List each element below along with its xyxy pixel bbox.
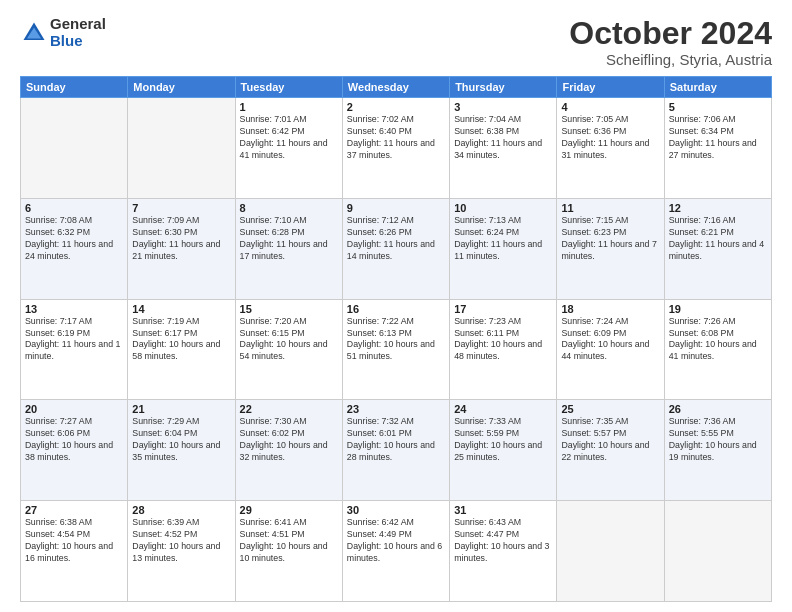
col-monday: Monday bbox=[128, 77, 235, 98]
day-number: 22 bbox=[240, 403, 338, 415]
table-row: 2Sunrise: 7:02 AM Sunset: 6:40 PM Daylig… bbox=[342, 98, 449, 199]
calendar-week-row: 27Sunrise: 6:38 AM Sunset: 4:54 PM Dayli… bbox=[21, 501, 772, 602]
day-info: Sunrise: 7:10 AM Sunset: 6:28 PM Dayligh… bbox=[240, 215, 338, 263]
day-number: 12 bbox=[669, 202, 767, 214]
table-row: 17Sunrise: 7:23 AM Sunset: 6:11 PM Dayli… bbox=[450, 299, 557, 400]
day-info: Sunrise: 7:29 AM Sunset: 6:04 PM Dayligh… bbox=[132, 416, 230, 464]
day-info: Sunrise: 6:42 AM Sunset: 4:49 PM Dayligh… bbox=[347, 517, 445, 565]
calendar-week-row: 13Sunrise: 7:17 AM Sunset: 6:19 PM Dayli… bbox=[21, 299, 772, 400]
table-row: 27Sunrise: 6:38 AM Sunset: 4:54 PM Dayli… bbox=[21, 501, 128, 602]
day-info: Sunrise: 7:12 AM Sunset: 6:26 PM Dayligh… bbox=[347, 215, 445, 263]
table-row: 16Sunrise: 7:22 AM Sunset: 6:13 PM Dayli… bbox=[342, 299, 449, 400]
logo-text: General Blue bbox=[50, 16, 106, 49]
page-header: General Blue October 2024 Scheifling, St… bbox=[20, 16, 772, 68]
calendar-header-row: Sunday Monday Tuesday Wednesday Thursday… bbox=[21, 77, 772, 98]
table-row: 30Sunrise: 6:42 AM Sunset: 4:49 PM Dayli… bbox=[342, 501, 449, 602]
day-number: 29 bbox=[240, 504, 338, 516]
day-info: Sunrise: 7:23 AM Sunset: 6:11 PM Dayligh… bbox=[454, 316, 552, 364]
day-info: Sunrise: 6:38 AM Sunset: 4:54 PM Dayligh… bbox=[25, 517, 123, 565]
table-row: 25Sunrise: 7:35 AM Sunset: 5:57 PM Dayli… bbox=[557, 400, 664, 501]
table-row: 18Sunrise: 7:24 AM Sunset: 6:09 PM Dayli… bbox=[557, 299, 664, 400]
day-info: Sunrise: 7:16 AM Sunset: 6:21 PM Dayligh… bbox=[669, 215, 767, 263]
logo: General Blue bbox=[20, 16, 106, 49]
day-info: Sunrise: 6:41 AM Sunset: 4:51 PM Dayligh… bbox=[240, 517, 338, 565]
day-number: 25 bbox=[561, 403, 659, 415]
day-info: Sunrise: 7:22 AM Sunset: 6:13 PM Dayligh… bbox=[347, 316, 445, 364]
day-number: 15 bbox=[240, 303, 338, 315]
table-row: 11Sunrise: 7:15 AM Sunset: 6:23 PM Dayli… bbox=[557, 198, 664, 299]
col-saturday: Saturday bbox=[664, 77, 771, 98]
table-row: 22Sunrise: 7:30 AM Sunset: 6:02 PM Dayli… bbox=[235, 400, 342, 501]
day-info: Sunrise: 7:13 AM Sunset: 6:24 PM Dayligh… bbox=[454, 215, 552, 263]
table-row: 14Sunrise: 7:19 AM Sunset: 6:17 PM Dayli… bbox=[128, 299, 235, 400]
day-number: 2 bbox=[347, 101, 445, 113]
day-number: 31 bbox=[454, 504, 552, 516]
table-row: 1Sunrise: 7:01 AM Sunset: 6:42 PM Daylig… bbox=[235, 98, 342, 199]
day-number: 16 bbox=[347, 303, 445, 315]
table-row: 20Sunrise: 7:27 AM Sunset: 6:06 PM Dayli… bbox=[21, 400, 128, 501]
day-number: 7 bbox=[132, 202, 230, 214]
day-info: Sunrise: 7:15 AM Sunset: 6:23 PM Dayligh… bbox=[561, 215, 659, 263]
day-number: 4 bbox=[561, 101, 659, 113]
day-number: 13 bbox=[25, 303, 123, 315]
calendar-week-row: 1Sunrise: 7:01 AM Sunset: 6:42 PM Daylig… bbox=[21, 98, 772, 199]
col-tuesday: Tuesday bbox=[235, 77, 342, 98]
table-row: 6Sunrise: 7:08 AM Sunset: 6:32 PM Daylig… bbox=[21, 198, 128, 299]
col-sunday: Sunday bbox=[21, 77, 128, 98]
day-number: 27 bbox=[25, 504, 123, 516]
location-subtitle: Scheifling, Styria, Austria bbox=[569, 51, 772, 68]
day-info: Sunrise: 7:24 AM Sunset: 6:09 PM Dayligh… bbox=[561, 316, 659, 364]
day-number: 18 bbox=[561, 303, 659, 315]
day-info: Sunrise: 7:19 AM Sunset: 6:17 PM Dayligh… bbox=[132, 316, 230, 364]
day-info: Sunrise: 7:08 AM Sunset: 6:32 PM Dayligh… bbox=[25, 215, 123, 263]
day-info: Sunrise: 7:01 AM Sunset: 6:42 PM Dayligh… bbox=[240, 114, 338, 162]
table-row bbox=[557, 501, 664, 602]
table-row bbox=[128, 98, 235, 199]
table-row bbox=[21, 98, 128, 199]
day-number: 10 bbox=[454, 202, 552, 214]
table-row: 10Sunrise: 7:13 AM Sunset: 6:24 PM Dayli… bbox=[450, 198, 557, 299]
logo-icon bbox=[20, 19, 48, 47]
calendar-week-row: 20Sunrise: 7:27 AM Sunset: 6:06 PM Dayli… bbox=[21, 400, 772, 501]
col-friday: Friday bbox=[557, 77, 664, 98]
table-row: 4Sunrise: 7:05 AM Sunset: 6:36 PM Daylig… bbox=[557, 98, 664, 199]
table-row: 15Sunrise: 7:20 AM Sunset: 6:15 PM Dayli… bbox=[235, 299, 342, 400]
table-row: 5Sunrise: 7:06 AM Sunset: 6:34 PM Daylig… bbox=[664, 98, 771, 199]
day-info: Sunrise: 7:27 AM Sunset: 6:06 PM Dayligh… bbox=[25, 416, 123, 464]
table-row: 31Sunrise: 6:43 AM Sunset: 4:47 PM Dayli… bbox=[450, 501, 557, 602]
table-row: 3Sunrise: 7:04 AM Sunset: 6:38 PM Daylig… bbox=[450, 98, 557, 199]
day-info: Sunrise: 7:32 AM Sunset: 6:01 PM Dayligh… bbox=[347, 416, 445, 464]
table-row: 9Sunrise: 7:12 AM Sunset: 6:26 PM Daylig… bbox=[342, 198, 449, 299]
day-number: 26 bbox=[669, 403, 767, 415]
day-info: Sunrise: 7:17 AM Sunset: 6:19 PM Dayligh… bbox=[25, 316, 123, 364]
day-number: 20 bbox=[25, 403, 123, 415]
day-number: 14 bbox=[132, 303, 230, 315]
day-info: Sunrise: 7:20 AM Sunset: 6:15 PM Dayligh… bbox=[240, 316, 338, 364]
logo-blue: Blue bbox=[50, 33, 106, 50]
table-row: 7Sunrise: 7:09 AM Sunset: 6:30 PM Daylig… bbox=[128, 198, 235, 299]
title-block: October 2024 Scheifling, Styria, Austria bbox=[569, 16, 772, 68]
table-row: 29Sunrise: 6:41 AM Sunset: 4:51 PM Dayli… bbox=[235, 501, 342, 602]
day-number: 19 bbox=[669, 303, 767, 315]
table-row: 21Sunrise: 7:29 AM Sunset: 6:04 PM Dayli… bbox=[128, 400, 235, 501]
day-info: Sunrise: 7:35 AM Sunset: 5:57 PM Dayligh… bbox=[561, 416, 659, 464]
table-row: 28Sunrise: 6:39 AM Sunset: 4:52 PM Dayli… bbox=[128, 501, 235, 602]
col-thursday: Thursday bbox=[450, 77, 557, 98]
table-row: 23Sunrise: 7:32 AM Sunset: 6:01 PM Dayli… bbox=[342, 400, 449, 501]
table-row: 19Sunrise: 7:26 AM Sunset: 6:08 PM Dayli… bbox=[664, 299, 771, 400]
day-info: Sunrise: 7:05 AM Sunset: 6:36 PM Dayligh… bbox=[561, 114, 659, 162]
calendar-table: Sunday Monday Tuesday Wednesday Thursday… bbox=[20, 76, 772, 602]
col-wednesday: Wednesday bbox=[342, 77, 449, 98]
day-number: 30 bbox=[347, 504, 445, 516]
day-info: Sunrise: 7:26 AM Sunset: 6:08 PM Dayligh… bbox=[669, 316, 767, 364]
day-number: 28 bbox=[132, 504, 230, 516]
logo-general: General bbox=[50, 16, 106, 33]
day-number: 17 bbox=[454, 303, 552, 315]
table-row: 12Sunrise: 7:16 AM Sunset: 6:21 PM Dayli… bbox=[664, 198, 771, 299]
day-number: 3 bbox=[454, 101, 552, 113]
table-row bbox=[664, 501, 771, 602]
day-info: Sunrise: 7:09 AM Sunset: 6:30 PM Dayligh… bbox=[132, 215, 230, 263]
day-info: Sunrise: 7:02 AM Sunset: 6:40 PM Dayligh… bbox=[347, 114, 445, 162]
table-row: 13Sunrise: 7:17 AM Sunset: 6:19 PM Dayli… bbox=[21, 299, 128, 400]
day-number: 24 bbox=[454, 403, 552, 415]
